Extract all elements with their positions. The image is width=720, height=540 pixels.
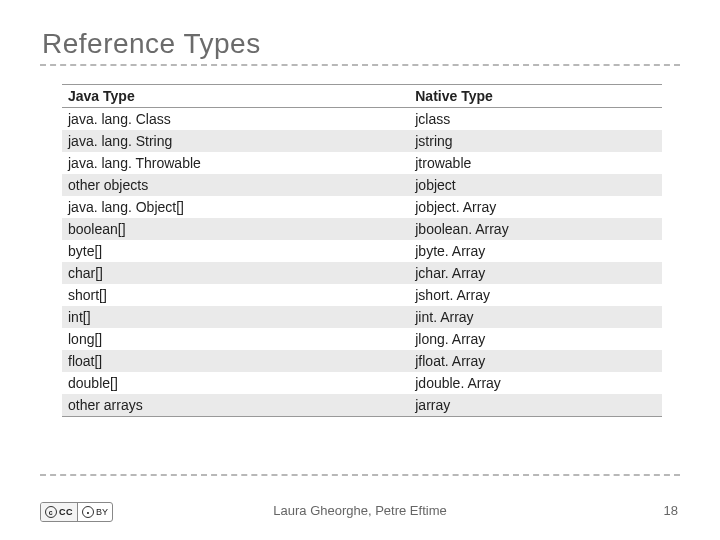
table-body: java. lang. Classjclassjava. lang. Strin… <box>62 108 662 417</box>
table-row: double[]jdouble. Array <box>62 372 662 394</box>
table-cell: jchar. Array <box>409 262 662 284</box>
title-divider <box>40 64 680 66</box>
table-row: long[]jlong. Array <box>62 328 662 350</box>
table-cell: jshort. Array <box>409 284 662 306</box>
table-cell: float[] <box>62 350 409 372</box>
table-cell: java. lang. Class <box>62 108 409 131</box>
reference-types-table: Java Type Native Type java. lang. Classj… <box>62 84 662 417</box>
table-row: byte[]jbyte. Array <box>62 240 662 262</box>
table-cell: other arrays <box>62 394 409 417</box>
table-cell: jclass <box>409 108 662 131</box>
table-cell: jboolean. Array <box>409 218 662 240</box>
table-row: other objectsjobject <box>62 174 662 196</box>
table-cell: jbyte. Array <box>409 240 662 262</box>
table-cell: jdouble. Array <box>409 372 662 394</box>
table-row: java. lang. Stringjstring <box>62 130 662 152</box>
table-cell: java. lang. Object[] <box>62 196 409 218</box>
table-header-row: Java Type Native Type <box>62 85 662 108</box>
footer-divider <box>40 474 680 476</box>
table-row: java. lang. Throwablejtrowable <box>62 152 662 174</box>
table-cell: jstring <box>409 130 662 152</box>
table-cell: jarray <box>409 394 662 417</box>
table-row: other arraysjarray <box>62 394 662 417</box>
col-java-type: Java Type <box>62 85 409 108</box>
table-row: short[]jshort. Array <box>62 284 662 306</box>
table-cell: byte[] <box>62 240 409 262</box>
table-cell: jobject <box>409 174 662 196</box>
authors: Laura Gheorghe, Petre Eftime <box>0 503 720 518</box>
slide: Reference Types Java Type Native Type ja… <box>0 0 720 540</box>
page-title: Reference Types <box>42 28 680 60</box>
table-row: int[]jint. Array <box>62 306 662 328</box>
table-row: java. lang. Classjclass <box>62 108 662 131</box>
table-cell: other objects <box>62 174 409 196</box>
table-cell: jtrowable <box>409 152 662 174</box>
table-row: boolean[]jboolean. Array <box>62 218 662 240</box>
table-row: char[]jchar. Array <box>62 262 662 284</box>
table-cell: char[] <box>62 262 409 284</box>
table-cell: java. lang. Throwable <box>62 152 409 174</box>
table-cell: double[] <box>62 372 409 394</box>
table-row: java. lang. Object[]jobject. Array <box>62 196 662 218</box>
table-cell: jobject. Array <box>409 196 662 218</box>
table-cell: int[] <box>62 306 409 328</box>
table-cell: jint. Array <box>409 306 662 328</box>
table-cell: jfloat. Array <box>409 350 662 372</box>
table-cell: jlong. Array <box>409 328 662 350</box>
table-row: float[]jfloat. Array <box>62 350 662 372</box>
col-native-type: Native Type <box>409 85 662 108</box>
page-number: 18 <box>664 503 678 518</box>
table-cell: short[] <box>62 284 409 306</box>
table-cell: java. lang. String <box>62 130 409 152</box>
table-cell: boolean[] <box>62 218 409 240</box>
table-cell: long[] <box>62 328 409 350</box>
